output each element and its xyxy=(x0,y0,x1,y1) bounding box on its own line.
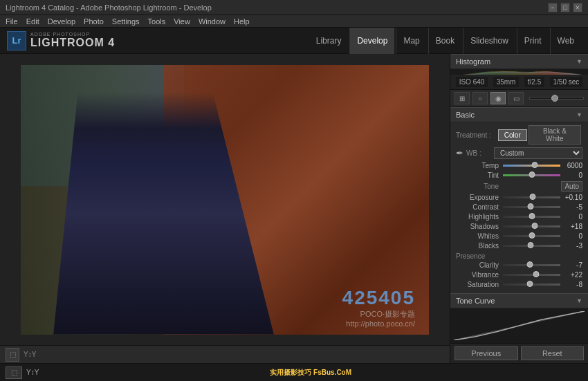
tool-slider[interactable] xyxy=(529,97,584,100)
vibrance-slider[interactable] xyxy=(503,274,560,276)
clarity-thumb[interactable] xyxy=(527,261,533,268)
whites-slider-row: Whites 0 xyxy=(456,232,582,240)
tone-curve-header[interactable]: Tone Curve ▼ xyxy=(450,293,588,308)
shadows-slider-row: Shadows +18 xyxy=(456,223,582,230)
header: Lr ADOBE PHOTOSHOP LIGHTROOM 4 Library D… xyxy=(0,28,588,54)
wb-select[interactable]: Custom Auto Daylight Cloudy Shade xyxy=(494,147,582,159)
exposure-slider[interactable] xyxy=(503,196,560,198)
auto-button[interactable]: Auto xyxy=(561,181,582,192)
basic-header[interactable]: Basic ▼ xyxy=(450,107,588,122)
blacks-label: Blacks xyxy=(456,242,499,250)
redeye-tool[interactable]: ◉ xyxy=(490,92,506,104)
whites-thumb[interactable] xyxy=(529,232,535,239)
spot-tool[interactable]: ○ xyxy=(472,92,488,104)
tab-web[interactable]: Web xyxy=(550,28,581,54)
clarity-value: -7 xyxy=(560,261,582,269)
menu-bar: File Edit Develop Photo Settings Tools V… xyxy=(0,15,588,28)
tone-header: Tone Auto xyxy=(456,181,582,192)
photo-view-button[interactable]: ⬚ xyxy=(6,348,19,362)
menu-tools[interactable]: Tools xyxy=(148,17,166,26)
menu-develop[interactable]: Develop xyxy=(48,17,75,26)
tab-print[interactable]: Print xyxy=(517,28,549,54)
photo-bottom-bar: ⬚ Y↕Y xyxy=(0,345,450,363)
highlights-label: Highlights xyxy=(456,213,499,221)
crop-tool[interactable]: ⊞ xyxy=(454,92,470,104)
saturation-label: Saturation xyxy=(456,281,499,288)
maximize-button[interactable]: □ xyxy=(560,3,570,12)
menu-edit[interactable]: Edit xyxy=(26,17,39,26)
blacks-slider-row: Blacks -3 xyxy=(456,242,582,250)
gradient-tool[interactable]: ▭ xyxy=(508,92,524,104)
contrast-thumb[interactable] xyxy=(527,203,533,210)
basic-label: Basic xyxy=(456,111,475,119)
saturation-slider-row: Saturation -8 xyxy=(456,281,582,288)
menu-view[interactable]: View xyxy=(174,17,190,26)
reset-button[interactable]: Reset xyxy=(521,346,585,360)
blacks-thumb[interactable] xyxy=(527,242,533,248)
highlights-thumb[interactable] xyxy=(529,213,535,219)
blacks-slider[interactable] xyxy=(503,245,560,247)
aperture-value: f/2.5 xyxy=(524,77,544,87)
exposure-thumb[interactable] xyxy=(530,194,536,200)
histogram-header[interactable]: Histogram ▼ xyxy=(450,54,588,69)
saturation-slider[interactable] xyxy=(503,284,560,286)
shadows-slider[interactable] xyxy=(503,225,560,227)
contrast-slider[interactable] xyxy=(503,206,560,208)
temp-slider[interactable] xyxy=(503,165,560,167)
menu-file[interactable]: File xyxy=(6,17,18,26)
highlights-slider[interactable] xyxy=(503,216,560,218)
tab-slideshow[interactable]: Slideshow xyxy=(463,28,515,54)
vibrance-slider-row: Vibrance +22 xyxy=(456,271,582,279)
watermark-url: http://photo.poco.cn/ xyxy=(342,319,415,328)
close-button[interactable]: × xyxy=(573,3,582,12)
photo-image: 425405 POCO·摄影专题 http://photo.poco.cn/ xyxy=(21,65,429,335)
window-title: Lightroom 4 Catalog - Adobe Photoshop Li… xyxy=(6,3,212,12)
previous-button[interactable]: Previous xyxy=(454,346,518,360)
tool-slider-thumb[interactable] xyxy=(551,95,558,102)
bw-treatment-button[interactable]: Black & White xyxy=(529,125,581,145)
color-treatment-button[interactable]: Color xyxy=(498,129,527,141)
camera-info: ISO 640 35mm f/2.5 1/50 sec xyxy=(450,75,588,90)
basic-section: Treatment : Color Black & White ✒ WB : C… xyxy=(450,122,588,293)
saturation-thumb[interactable] xyxy=(527,281,533,287)
whites-slider[interactable] xyxy=(503,235,560,237)
treatment-row: Treatment : Color Black & White xyxy=(456,125,582,145)
tint-label: Tint xyxy=(456,171,499,179)
temp-slider-thumb[interactable] xyxy=(531,162,538,168)
saturation-value: -8 xyxy=(560,281,582,288)
minimize-button[interactable]: − xyxy=(548,3,558,12)
title-bar: Lightroom 4 Catalog - Adobe Photoshop Li… xyxy=(0,0,588,15)
tab-map[interactable]: Map xyxy=(396,28,426,54)
clarity-label: Clarity xyxy=(456,261,499,269)
tint-value: 0 xyxy=(560,171,582,179)
photo-frame: 425405 POCO·摄影专题 http://photo.poco.cn/ xyxy=(21,65,429,335)
watermark-brand: POCO·摄影专题 xyxy=(342,309,415,319)
lr-badge: Lr xyxy=(7,31,26,50)
shadows-value: +18 xyxy=(560,223,582,230)
histogram-svg xyxy=(450,71,588,75)
menu-window[interactable]: Window xyxy=(199,17,226,26)
clarity-slider[interactable] xyxy=(503,264,560,266)
exposure-slider-row: Exposure +0.10 xyxy=(456,194,582,201)
wb-label: WB : xyxy=(466,149,494,157)
vibrance-value: +22 xyxy=(560,271,582,279)
treatment-label: Treatment : xyxy=(456,131,498,139)
eyedropper-icon[interactable]: ✒ xyxy=(456,148,463,158)
tab-develop[interactable]: Develop xyxy=(349,28,394,54)
tab-library[interactable]: Library xyxy=(309,28,349,54)
menu-photo[interactable]: Photo xyxy=(84,17,104,26)
shadows-thumb[interactable] xyxy=(532,223,538,229)
photo-area: 425405 POCO·摄影专题 http://photo.poco.cn/ ⬚… xyxy=(0,54,450,363)
tint-slider[interactable] xyxy=(503,174,560,176)
view-mode-label: Y↕Y xyxy=(26,369,39,376)
status-bar: ⬚ Y↕Y 实用摄影技巧 FsBus.CoM xyxy=(0,363,588,381)
window-controls[interactable]: − □ × xyxy=(548,3,582,12)
vibrance-thumb[interactable] xyxy=(533,271,540,277)
logo-area: Lr ADOBE PHOTOSHOP LIGHTROOM 4 xyxy=(7,31,131,50)
view-mode-button[interactable]: ⬚ xyxy=(6,366,22,379)
menu-help[interactable]: Help xyxy=(234,17,250,26)
whites-label: Whites xyxy=(456,232,499,240)
menu-settings[interactable]: Settings xyxy=(112,17,140,26)
tint-slider-thumb[interactable] xyxy=(529,171,535,178)
tab-book[interactable]: Book xyxy=(428,28,461,54)
